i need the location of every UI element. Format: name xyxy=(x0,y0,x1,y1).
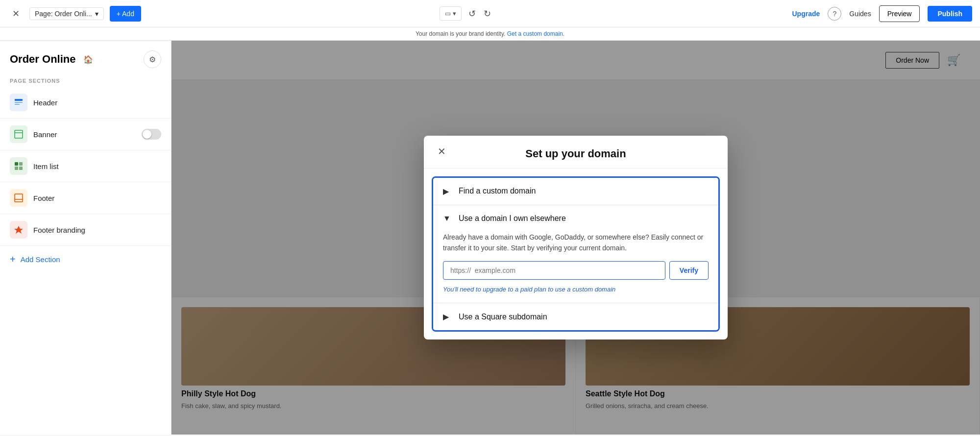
accordion-use-subdomain: ▶ Use a Square subdomain xyxy=(433,303,718,330)
upgrade-note: You'll need to upgrade to a paid plan to… xyxy=(443,286,709,293)
domain-bar-text: Your domain is your brand identity. xyxy=(416,30,505,37)
upgrade-link[interactable]: Upgrade xyxy=(792,10,820,18)
modal-close-icon: ✕ xyxy=(438,145,446,157)
itemlist-section-label: Item list xyxy=(33,162,161,170)
use-own-label: Use a domain I own elsewhere xyxy=(459,214,566,223)
topbar: ✕ Page: Order Onli... ▾ + Add ▭ ▾ ↺ ↻ Up… xyxy=(0,0,980,27)
svg-rect-1 xyxy=(15,102,23,103)
undo-button[interactable]: ↺ xyxy=(466,6,479,21)
accordion-use-subdomain-header[interactable]: ▶ Use a Square subdomain xyxy=(433,303,718,330)
sidebar-item-footer[interactable]: Footer xyxy=(0,182,171,214)
add-button[interactable]: + Add xyxy=(110,6,141,22)
use-own-content: Already have a domain with Google, GoDad… xyxy=(433,232,718,303)
find-custom-chevron: ▶ xyxy=(443,187,453,196)
use-own-description: Already have a domain with Google, GoDad… xyxy=(443,232,709,254)
svg-rect-0 xyxy=(15,99,23,101)
domain-options-highlighted: ▶ Find a custom domain ▼ Use a domain I … xyxy=(432,176,720,332)
header-section-label: Header xyxy=(33,98,161,107)
close-button[interactable]: ✕ xyxy=(8,6,24,22)
domain-notification-bar: Your domain is your brand identity. Get … xyxy=(0,27,980,41)
sidebar-item-itemlist[interactable]: Item list xyxy=(0,150,171,182)
add-section-label: Add Section xyxy=(21,255,60,264)
add-section-button[interactable]: + Add Section xyxy=(0,246,171,273)
banner-toggle[interactable] xyxy=(142,129,161,140)
page-sections-label: PAGE SECTIONS xyxy=(0,73,171,87)
svg-rect-2 xyxy=(15,104,20,105)
accordion-find-custom-header[interactable]: ▶ Find a custom domain xyxy=(433,178,718,205)
modal-overlay[interactable]: ✕ Set up your domain ▶ Find a custom dom… xyxy=(172,41,980,435)
add-label: + Add xyxy=(117,10,134,18)
footer-branding-section-icon xyxy=(10,221,27,239)
accordion-find-custom: ▶ Find a custom domain xyxy=(433,178,718,205)
view-dropdown-icon: ▾ xyxy=(453,10,456,17)
itemlist-section-icon xyxy=(10,157,27,175)
toggle-knob xyxy=(143,130,151,139)
footer-branding-section-label: Footer branding xyxy=(33,226,161,234)
sidebar-title: Order Online xyxy=(10,53,75,66)
settings-button[interactable]: ⚙ xyxy=(144,50,161,68)
page-selector[interactable]: Page: Order Onli... ▾ xyxy=(29,7,104,20)
modal-close-button[interactable]: ✕ xyxy=(434,144,449,159)
modal-title: Set up your domain xyxy=(436,147,716,160)
svg-rect-4 xyxy=(15,162,18,166)
page-dropdown-icon: ▾ xyxy=(95,10,98,18)
gear-icon: ⚙ xyxy=(149,55,156,64)
banner-section-icon xyxy=(10,125,27,143)
svg-rect-6 xyxy=(15,167,18,170)
svg-rect-8 xyxy=(15,194,23,202)
footer-section-icon xyxy=(10,189,27,207)
help-button[interactable]: ? xyxy=(828,7,841,21)
svg-rect-7 xyxy=(19,167,23,170)
desktop-view-button[interactable]: ▭ ▾ xyxy=(440,6,462,21)
desktop-icon: ▭ xyxy=(445,10,451,17)
accordion-use-own: ▼ Use a domain I own elsewhere Already h… xyxy=(433,205,718,304)
guides-link[interactable]: Guides xyxy=(849,10,871,18)
footer-section-label: Footer xyxy=(33,194,161,202)
domain-modal: ✕ Set up your domain ▶ Find a custom dom… xyxy=(424,136,728,340)
modal-header: ✕ Set up your domain xyxy=(424,136,728,169)
verify-button[interactable]: Verify xyxy=(669,261,709,280)
canvas-area: Order Now 🛒 Philly Style Hot Dog Fish ca… xyxy=(172,41,980,435)
topbar-right: Upgrade ? Guides Preview Publish xyxy=(792,5,972,22)
publish-button[interactable]: Publish xyxy=(928,6,972,22)
banner-section-label: Banner xyxy=(33,130,136,139)
sidebar-item-header[interactable]: Header xyxy=(0,87,171,119)
accordion-use-own-header[interactable]: ▼ Use a domain I own elsewhere xyxy=(433,205,718,232)
main-layout: Order Online 🏠 ⚙ PAGE SECTIONS Header Ba… xyxy=(0,41,980,435)
help-icon: ? xyxy=(833,10,836,18)
plus-icon: + xyxy=(10,254,16,265)
sidebar-item-footer-branding[interactable]: Footer branding xyxy=(0,214,171,246)
domain-input-row: Verify xyxy=(443,261,709,280)
page-name: Page: Order Onli... xyxy=(35,10,92,18)
close-icon: ✕ xyxy=(12,8,20,19)
header-section-icon xyxy=(10,94,27,111)
domain-input-field[interactable] xyxy=(443,261,665,280)
preview-button[interactable]: Preview xyxy=(879,5,920,22)
use-subdomain-chevron: ▶ xyxy=(443,312,453,321)
svg-rect-5 xyxy=(19,162,23,166)
sidebar-item-banner[interactable]: Banner xyxy=(0,119,171,150)
undo-redo-group: ↺ ↻ xyxy=(466,6,494,21)
sidebar-title-group: Order Online 🏠 xyxy=(10,53,93,66)
sidebar-header: Order Online 🏠 ⚙ xyxy=(0,41,171,73)
use-subdomain-label: Use a Square subdomain xyxy=(459,313,547,321)
redo-button[interactable]: ↻ xyxy=(481,6,494,21)
find-custom-label: Find a custom domain xyxy=(459,187,536,195)
domain-bar-link[interactable]: Get a custom domain. xyxy=(507,30,564,37)
use-own-chevron: ▼ xyxy=(443,214,453,223)
sidebar: Order Online 🏠 ⚙ PAGE SECTIONS Header Ba… xyxy=(0,41,172,435)
svg-marker-9 xyxy=(14,226,23,234)
modal-body: ▶ Find a custom domain ▼ Use a domain I … xyxy=(424,176,728,332)
topbar-left: ✕ Page: Order Onli... ▾ + Add xyxy=(8,6,141,22)
topbar-center: ▭ ▾ ↺ ↻ xyxy=(440,6,494,21)
svg-rect-3 xyxy=(15,130,23,138)
home-icon[interactable]: 🏠 xyxy=(83,55,93,64)
